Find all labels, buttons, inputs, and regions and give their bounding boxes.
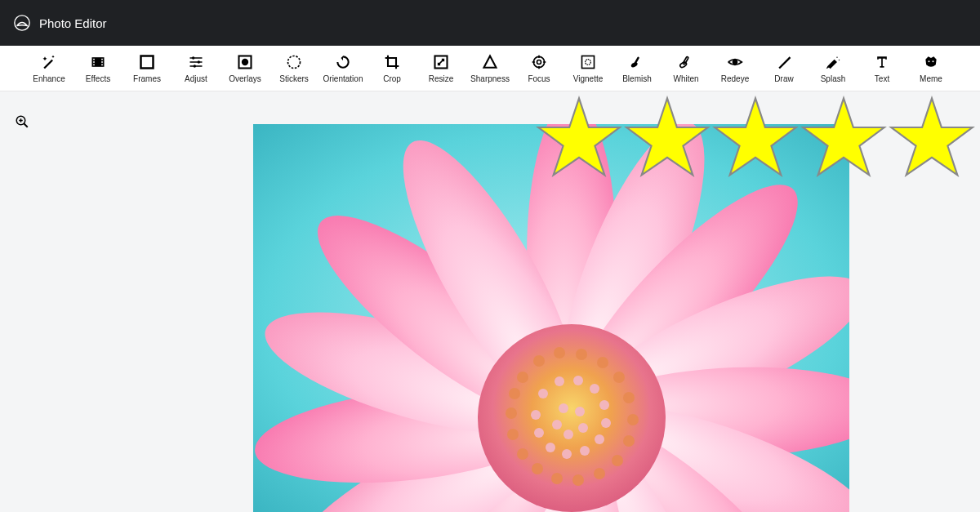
overlays-tool[interactable]: Overlays [220,46,270,91]
zoom-tool[interactable] [15,114,29,132]
svg-point-11 [194,65,196,67]
svg-point-10 [198,60,200,63]
svg-point-77 [575,407,585,416]
svg-point-78 [578,423,588,433]
svg-point-17 [537,60,541,65]
text-tool[interactable]: Text [858,46,906,91]
svg-point-50 [597,357,608,368]
svg-point-79 [564,430,573,439]
meme-tool[interactable]: Meme [906,46,956,91]
svg-point-54 [623,435,635,447]
canvas-image[interactable] [253,124,849,512]
svg-point-52 [623,392,635,403]
tool-label: Resize [429,74,454,83]
svg-rect-8 [141,56,154,69]
svg-point-9 [192,56,194,59]
svg-point-16 [533,56,544,67]
redeye-icon [726,53,744,71]
svg-point-64 [538,389,548,398]
tool-label: Text [875,74,889,83]
svg-point-58 [551,473,563,484]
star-icon [711,94,800,179]
svg-point-14 [288,56,301,69]
tool-label: Vignette [573,74,604,83]
star-icon [800,94,888,179]
stickers-tool[interactable]: Stickers [270,46,318,91]
svg-point-62 [506,407,517,419]
svg-point-70 [595,434,604,444]
effects-tool[interactable]: Effects [74,46,122,91]
svg-point-47 [533,355,545,367]
tool-label: Orientation [323,74,363,83]
tool-label: Focus [528,74,550,83]
focus-tool[interactable]: Focus [514,46,564,91]
svg-point-46 [517,372,528,383]
crop-icon [383,53,401,71]
draw-icon [775,53,793,71]
tool-label: Crop [383,74,401,83]
svg-point-51 [613,372,625,383]
whiten-tool[interactable]: Whiten [662,46,710,91]
splash-tool[interactable]: Splash [808,46,858,91]
svg-point-24 [733,60,738,65]
svg-point-61 [507,429,519,440]
svg-point-49 [576,349,587,360]
svg-point-53 [627,414,639,425]
draw-tool[interactable]: Draw [760,46,808,91]
enhance-tool[interactable]: Enhance [24,46,74,91]
tool-label: Splash [821,74,846,83]
focus-icon [530,53,548,71]
crop-tool[interactable]: Crop [368,46,416,91]
star-icon [535,94,623,179]
splash-icon [824,53,842,71]
star-icon [888,94,976,179]
svg-point-19 [586,60,591,65]
zoom-in-icon [15,118,29,131]
frames-tool[interactable]: Frames [122,46,172,91]
rating-stars [535,94,976,179]
tool-label: Whiten [673,74,698,83]
effects-icon [89,53,107,71]
tool-label: Draw [774,74,793,83]
overlays-icon [236,53,254,71]
adjust-tool[interactable]: Adjust [172,46,220,91]
svg-rect-23 [683,56,688,65]
tool-label: Adjust [185,74,207,83]
tool-label: Enhance [33,74,65,83]
star-icon [623,94,711,179]
tool-label: Sharpness [470,74,510,83]
svg-rect-3 [93,61,95,63]
svg-point-80 [552,420,562,430]
svg-point-74 [534,428,544,438]
svg-point-75 [531,410,541,420]
tool-label: Effects [86,74,110,83]
svg-point-48 [554,347,565,358]
svg-point-76 [559,403,568,413]
redeye-tool[interactable]: Redeye [710,46,760,91]
svg-point-65 [555,376,564,386]
app-logo-icon [13,14,31,32]
blemish-tool[interactable]: Blemish [612,46,662,91]
tool-label: Blemish [622,74,652,83]
orientation-tool[interactable]: Orientation [318,46,368,91]
sharpness-tool[interactable]: Sharpness [466,46,514,91]
svg-point-60 [517,448,528,460]
vignette-tool[interactable]: Vignette [564,46,612,91]
svg-point-63 [509,388,520,399]
svg-point-26 [933,60,934,62]
vignette-icon [579,53,597,71]
svg-rect-2 [93,59,95,60]
meme-icon [922,53,940,71]
tool-label: Overlays [229,74,261,83]
svg-point-57 [572,474,584,486]
resize-tool[interactable]: Resize [416,46,466,91]
svg-point-68 [599,400,609,410]
svg-point-25 [929,60,930,62]
enhance-icon [40,53,58,71]
canvas-area [0,91,980,512]
whiten-icon [677,53,695,71]
resize-icon [432,53,450,71]
svg-rect-4 [93,65,95,66]
svg-point-59 [532,463,543,474]
logo-wrap: Photo Editor [13,14,107,32]
